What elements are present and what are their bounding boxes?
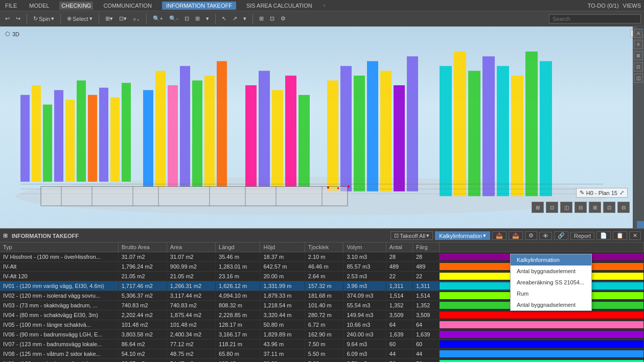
zoom-in-button[interactable]: 🔍+ bbox=[151, 14, 165, 23]
cell-area: 21.05 m2 bbox=[167, 272, 215, 281]
sidebar-tool-2[interactable]: ≡ bbox=[634, 40, 643, 49]
dropdown-item-4[interactable]: Antal byggnadselement bbox=[511, 299, 591, 310]
zoom-box-button[interactable]: ⊞ bbox=[193, 14, 202, 23]
dropdown-item-0[interactable]: Kalkylinformation bbox=[511, 254, 591, 266]
table-row[interactable]: IV05 - (100 mm - längre schaktvä...101.4… bbox=[0, 320, 644, 330]
col-langd[interactable]: Längd bbox=[216, 243, 260, 252]
report-button[interactable]: Report bbox=[570, 232, 594, 240]
link-button[interactable]: 🔗 bbox=[554, 231, 568, 240]
plan-name: H0 - Plan 15 bbox=[586, 190, 617, 196]
view-btn-d[interactable]: ⊟ bbox=[574, 202, 587, 213]
chevron-down-icon-4: ▾ bbox=[483, 232, 486, 239]
tool-3[interactable]: ⟐▾ bbox=[131, 15, 142, 23]
menu-file[interactable]: FILE bbox=[3, 2, 19, 10]
takeoff-all-button[interactable]: ⊡ Takeoff All ▾ bbox=[390, 231, 433, 240]
cell-antal: 1,311 bbox=[386, 281, 412, 291]
3d-view[interactable]: ⬡ 3D ⤢ A ≡ ⊞ ⊡ ◫ bbox=[0, 27, 644, 228]
table-row[interactable]: IV04 - (80 mm - schaktvägg EI30, 3m)2,20… bbox=[0, 310, 644, 320]
cell-typ: IV-Alt 120 bbox=[0, 272, 118, 281]
spin-icon: ↻ bbox=[33, 15, 38, 22]
cell-hojd: 36.02 m bbox=[260, 359, 305, 363]
view-btn-b[interactable]: ⊡ bbox=[546, 202, 558, 213]
eye-button[interactable]: 👁 bbox=[539, 232, 552, 240]
table-row[interactable]: IV07 - (123 mm - badrumsvägg lokale...86… bbox=[0, 340, 644, 349]
svg-rect-10 bbox=[122, 83, 131, 182]
view-btn-a[interactable]: ⊞ bbox=[532, 202, 544, 213]
table-row[interactable]: IV06 - (90 mm - badrumsvägg LGH, E...3,8… bbox=[0, 330, 644, 340]
dropdown-item-3[interactable]: Rum bbox=[511, 288, 591, 299]
cell-farg-value: 28 bbox=[412, 252, 439, 262]
col-farg[interactable]: Färg bbox=[412, 243, 439, 252]
view-btn-e[interactable]: ⊞ bbox=[589, 202, 601, 213]
cell-tjocklek: 162.90 m bbox=[305, 330, 343, 340]
sidebar-tool-4[interactable]: ⊡ bbox=[634, 62, 643, 71]
undo-button[interactable]: ↩ bbox=[3, 14, 12, 23]
nav-tool-1[interactable]: ↖ bbox=[220, 14, 228, 23]
table-row[interactable]: IV08 - (125 mm - våtrum 2 sidor kake...5… bbox=[0, 349, 644, 359]
cell-tjocklek: 280.72 m bbox=[305, 310, 343, 320]
kalkylinformation-button[interactable]: Kalkylinformation ▾ bbox=[435, 231, 490, 240]
separator-3 bbox=[99, 14, 99, 24]
svg-rect-16 bbox=[204, 76, 215, 186]
redo-button[interactable]: ↪ bbox=[14, 14, 22, 23]
spin-button[interactable]: ↻ Spin ▾ bbox=[31, 14, 56, 23]
settings-icon[interactable]: ⚙ bbox=[279, 14, 288, 23]
svg-rect-41 bbox=[41, 186, 348, 206]
view-btn-1[interactable]: ⊞ bbox=[257, 14, 266, 23]
sidebar-tool-3[interactable]: ⊞ bbox=[634, 51, 643, 60]
col-tjocklek[interactable]: Tjocklek bbox=[305, 243, 343, 252]
tool-2[interactable]: ⊡▾ bbox=[117, 14, 129, 23]
cell-area: 31.07 m2 bbox=[167, 252, 215, 262]
col-antal[interactable]: Antal bbox=[386, 243, 412, 252]
cursor-icon: ⊕ bbox=[67, 15, 72, 22]
chevron-down-icon: ▾ bbox=[51, 15, 54, 22]
doc-button-2[interactable]: 📋 bbox=[613, 231, 627, 240]
svg-rect-34 bbox=[497, 66, 509, 196]
zoom-more-button[interactable]: ▾ bbox=[204, 14, 211, 23]
svg-rect-22 bbox=[298, 95, 310, 186]
close-button[interactable]: ✕ bbox=[629, 231, 641, 240]
cell-typ: IV01 - (120 mm vanlig vägg, EI30, 4.6m) bbox=[0, 281, 118, 291]
menu-communication[interactable]: COMMUNICATION bbox=[101, 2, 154, 10]
search-input[interactable] bbox=[549, 14, 641, 23]
tool-1[interactable]: ⊞▾ bbox=[103, 14, 115, 23]
cell-hojd: 20.00 m bbox=[260, 272, 305, 281]
nav-tool-more[interactable]: ▾ bbox=[241, 14, 248, 23]
view-btn-g[interactable]: ⊟ bbox=[617, 202, 630, 213]
doc-button-1[interactable]: 📄 bbox=[596, 231, 611, 240]
col-volym[interactable]: Volym bbox=[343, 243, 386, 252]
separator-2 bbox=[60, 14, 61, 24]
cell-volym: 6.79 m3 bbox=[343, 359, 386, 363]
cell-brutto: 5,306.37 m2 bbox=[118, 291, 167, 301]
table-row[interactable]: IV09 - (123 mm - badrumsvägg hög ...66.0… bbox=[0, 359, 644, 363]
svg-rect-5 bbox=[65, 100, 75, 182]
color-swatch bbox=[440, 331, 644, 338]
sidebar-tool-1[interactable]: A bbox=[634, 29, 643, 38]
view-btn-f[interactable]: ⊡ bbox=[603, 202, 615, 213]
nav-tool-2[interactable]: ↗ bbox=[231, 14, 239, 23]
config-button[interactable]: ⚙ bbox=[525, 231, 537, 240]
zoom-fit-button[interactable]: ⊡ bbox=[182, 14, 191, 23]
menu-information-takeoff[interactable]: INFORMATION TAKEOFF bbox=[162, 2, 236, 10]
import-button[interactable]: 📥 bbox=[492, 231, 507, 240]
col-area[interactable]: Area bbox=[167, 243, 215, 252]
col-brutto[interactable]: Brutto Area bbox=[118, 243, 167, 252]
menu-model[interactable]: MODEL bbox=[27, 2, 51, 10]
view-btn-2[interactable]: ⊡ bbox=[268, 14, 277, 23]
cell-typ: IV08 - (125 mm - våtrum 2 sidor kake... bbox=[0, 349, 118, 359]
export-button[interactable]: 📤 bbox=[509, 231, 523, 240]
zoom-out-button[interactable]: 🔍- bbox=[167, 14, 180, 23]
cell-typ: IV03 - (73 mm - skaktvägg badrum, ... bbox=[0, 301, 118, 310]
menu-checking[interactable]: CHECKING bbox=[59, 2, 93, 10]
view-btn-c[interactable]: ◫ bbox=[560, 202, 572, 213]
dropdown-item-1[interactable]: Antal byggnadselement bbox=[511, 266, 591, 277]
select-button[interactable]: ⊕ Select ▾ bbox=[65, 14, 95, 23]
dropdown-item-2[interactable]: Areaberäkning SS 21054... bbox=[511, 277, 591, 288]
menu-sis-area[interactable]: SIS AREA CALCULATION bbox=[244, 2, 314, 10]
add-tab-button[interactable]: + bbox=[323, 2, 327, 9]
svg-rect-18 bbox=[245, 85, 257, 186]
col-typ[interactable]: Typ bbox=[0, 243, 118, 252]
sidebar-tool-5[interactable]: ◫ bbox=[634, 74, 643, 83]
expand-icon[interactable]: ⤢ bbox=[619, 189, 624, 196]
col-hojd[interactable]: Höjd bbox=[260, 243, 305, 252]
